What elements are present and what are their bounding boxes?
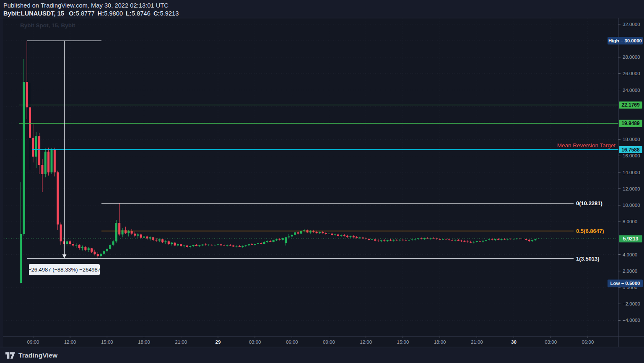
symbol-name: Bybit:LUNAUSDT, 15 [3, 10, 64, 17]
candle-body [380, 240, 382, 241]
hl-badge-text: Low – 0.5000 [610, 281, 640, 286]
candle-body [457, 240, 460, 241]
candle-body [331, 234, 333, 235]
candle-body [285, 237, 287, 243]
candle-body [497, 239, 499, 240]
candle-body [220, 244, 222, 245]
time-tick-label: 29 [216, 339, 221, 345]
candle-body [103, 251, 105, 254]
high-value: 5.9800 [104, 10, 123, 17]
candle-body [377, 241, 379, 241]
candle-body [463, 241, 465, 242]
candle-body [20, 234, 22, 283]
candle-body [433, 238, 435, 238]
chart-canvas[interactable]: Mean Reversion Target0(10.2281)0.5(6.864… [0, 0, 644, 363]
open-value: 5.8777 [76, 10, 95, 17]
fib-level-label: 0(10.2281) [576, 200, 602, 206]
candle-body [97, 254, 99, 256]
level-price-label-text: 22.1769 [621, 102, 640, 108]
time-tick-label: 09:00 [323, 339, 335, 345]
candle-body [319, 232, 321, 233]
candle-body [47, 152, 49, 172]
time-tick-label: 03:00 [249, 339, 261, 345]
candle-body [448, 240, 450, 240]
candle-body [174, 243, 176, 245]
candle-body [66, 241, 68, 244]
candle-body [482, 241, 484, 242]
candle-body [402, 240, 404, 240]
candle-body [275, 239, 278, 240]
price-tick-label: −2.0000 [623, 301, 640, 306]
time-tick-label: 21:00 [175, 339, 187, 345]
candle-body [81, 247, 83, 248]
close-value: 5.9213 [160, 10, 179, 17]
candle-body [322, 232, 324, 233]
candle-body [519, 239, 521, 239]
price-tick-label: 12.0000 [623, 186, 640, 191]
candle-body [346, 236, 348, 237]
candle-body [513, 239, 515, 239]
candle-body [445, 239, 447, 239]
candle-body [54, 149, 56, 172]
candle-body [297, 232, 299, 234]
candle-body [411, 240, 413, 240]
candle-body [41, 165, 43, 174]
candle-body [504, 239, 506, 239]
time-axis[interactable] [3, 337, 618, 347]
candle-body [202, 245, 204, 245]
candle-body [368, 239, 370, 240]
candle-body [155, 240, 157, 240]
candle-body [137, 235, 139, 236]
published-line: Published on TradingView.com, May 30, 20… [3, 2, 169, 9]
candle-body [257, 243, 259, 244]
candle-body [186, 245, 188, 247]
fib-level-label: 1(3.5013) [576, 256, 600, 262]
time-tick-label: 03:00 [545, 339, 557, 345]
footer-bar: TradingView [5, 352, 57, 359]
candle-body [195, 245, 197, 246]
chart-pane[interactable] [3, 18, 644, 347]
candle-body [26, 82, 28, 107]
hl-badge-text: High – 30.0000 [608, 38, 642, 43]
candle-body [236, 246, 238, 246]
candle-body [131, 231, 133, 234]
candle-body [161, 239, 164, 242]
open-label: O: [69, 10, 75, 17]
candle-body [198, 245, 200, 246]
candle-body [359, 238, 361, 238]
candle-body [390, 240, 392, 240]
candle-body [353, 236, 355, 237]
candle-body [266, 241, 268, 242]
candle-body [392, 240, 395, 241]
candle-body [134, 234, 136, 236]
high-label: H: [98, 10, 104, 17]
candle-body [189, 246, 191, 247]
candle-body [387, 240, 389, 241]
candle-body [78, 245, 80, 248]
time-tick-label: 12:00 [360, 339, 372, 345]
tradingview-logo-icon[interactable] [5, 352, 15, 359]
candle-body [217, 244, 219, 245]
price-tick-label: 4.0000 [623, 252, 637, 257]
candle-body [291, 235, 293, 237]
candle-body [328, 234, 330, 234]
candle-body [470, 242, 472, 243]
candle-body [269, 241, 271, 242]
candle-body [32, 138, 34, 157]
candle-body [325, 233, 327, 234]
candle-body [100, 254, 102, 256]
close-label: C: [153, 10, 160, 17]
candle-body [208, 245, 210, 245]
candle-body [214, 245, 216, 245]
candle-body [538, 239, 540, 239]
price-tick-label: 26.0000 [623, 71, 640, 76]
time-tick-label: 21:00 [471, 339, 483, 345]
tradingview-brand-text[interactable]: TradingView [18, 352, 57, 359]
candle-body [383, 240, 385, 241]
candle-body [106, 249, 108, 251]
candle-body [63, 241, 65, 244]
candle-body [44, 152, 47, 174]
fib-level-label: 0.5(6.8647) [576, 228, 604, 234]
low-value: 5.8746 [132, 10, 151, 17]
candle-body [140, 235, 142, 238]
